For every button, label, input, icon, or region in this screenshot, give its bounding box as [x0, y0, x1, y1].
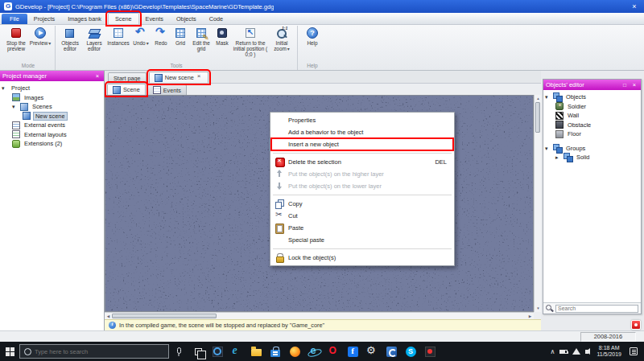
taskbar-app-settings[interactable] — [362, 342, 382, 361]
tree-item-external-layouts[interactable]: External layouts — [2, 130, 102, 140]
battery-icon[interactable] — [559, 350, 568, 354]
dropdown-arrow-icon[interactable] — [146, 40, 149, 46]
tree-item-external-events[interactable]: External events — [2, 121, 102, 130]
maximize-pane-icon[interactable] — [621, 81, 629, 88]
ribbon-tab-scene[interactable]: Scene — [108, 13, 139, 24]
menu-item-paste[interactable]: Paste — [271, 222, 453, 234]
close-pane-icon[interactable] — [630, 81, 638, 88]
taskbar-search-input[interactable] — [35, 348, 164, 355]
undo-button[interactable]: Undo — [130, 26, 151, 62]
scroll-right-icon[interactable] — [526, 313, 534, 320]
dropdown-arrow-icon[interactable] — [287, 46, 290, 51]
start-button[interactable] — [0, 342, 19, 361]
tab-events[interactable]: Events — [147, 84, 187, 95]
taskbar-app-firefox[interactable] — [285, 342, 304, 361]
clock-time: 8:18 AM — [597, 345, 621, 351]
close-pane-icon[interactable] — [93, 72, 101, 80]
return-initial-position-button[interactable]: Return to the initial position ( 0;0 ) — [232, 26, 269, 62]
collapse-icon[interactable] — [2, 85, 7, 91]
ribbon-tab-events[interactable]: Events — [139, 14, 170, 24]
ribbon-tab-images-bank[interactable]: Images bank — [61, 14, 108, 24]
task-view-button[interactable] — [188, 342, 208, 361]
ribbon-tab-projects[interactable]: Projects — [27, 14, 61, 24]
objects-search-input[interactable] — [555, 305, 638, 313]
tab-new-scene[interactable]: New scene — [149, 72, 208, 83]
taskbar-app-file-explorer[interactable] — [246, 342, 266, 361]
scroll-up-icon[interactable] — [535, 95, 542, 102]
scroll-down-icon[interactable] — [535, 305, 542, 312]
taskbar-app-facebook[interactable] — [343, 342, 362, 361]
images-icon — [12, 93, 20, 101]
collapse-icon[interactable] — [545, 94, 551, 100]
close-tab-icon[interactable] — [196, 74, 203, 81]
tree-item-soldier[interactable]: Soldier — [545, 102, 639, 112]
ribbon-tab-file[interactable]: File — [2, 14, 27, 24]
taskbar-app-recorder[interactable] — [420, 342, 440, 361]
tree-item-objects[interactable]: Objects — [545, 92, 639, 102]
edit-grid-button[interactable]: Edit the grid — [190, 26, 213, 62]
tree-item-wall[interactable]: Wall — [545, 111, 639, 121]
taskbar-app-skype[interactable] — [401, 342, 420, 361]
menu-item-special-paste[interactable]: Special paste — [271, 234, 453, 246]
collapse-icon[interactable] — [12, 104, 18, 109]
menu-item-copy[interactable]: Copy — [271, 198, 453, 210]
taskbar-app-gdevelop[interactable] — [382, 342, 401, 361]
taskbar-search[interactable] — [19, 344, 169, 359]
menu-item-add-behavior[interactable]: Add a behavior to the object — [271, 126, 453, 138]
tab-label: Scene — [123, 86, 140, 93]
tab-scene[interactable]: Scene — [107, 84, 146, 95]
collapse-icon[interactable] — [545, 146, 551, 151]
menu-item-properties[interactable]: Properties — [271, 114, 453, 126]
taskbar-app-opera[interactable] — [324, 342, 343, 361]
volume-icon[interactable] — [585, 350, 588, 354]
tree-item-solid[interactable]: Solid — [545, 153, 639, 162]
tree-item-scenes[interactable]: Scenes — [2, 102, 102, 112]
ribbon-tab-objects[interactable]: Objects — [170, 14, 203, 24]
tree-item-new-scene[interactable]: New scene — [2, 112, 102, 121]
grid-button[interactable]: Grid — [171, 26, 190, 62]
dropdown-arrow-icon[interactable] — [47, 40, 51, 46]
network-icon[interactable] — [572, 348, 580, 355]
tray-expand-icon[interactable] — [551, 348, 555, 355]
cortana-icon — [24, 348, 31, 355]
menu-item-insert-new-object[interactable]: Insert a new object — [271, 138, 453, 150]
initial-zoom-button[interactable]: Initial zoom — [269, 26, 295, 62]
scene-canvas[interactable]: Properties Add a behavior to the object … — [105, 95, 534, 312]
help-button[interactable]: Help — [300, 26, 324, 62]
lock-icon — [275, 253, 284, 262]
tree-item-images[interactable]: Images — [2, 93, 102, 103]
objects-editor-button[interactable]: Objects editor — [58, 26, 82, 62]
taskbar-app-store[interactable] — [266, 342, 285, 361]
menu-item-label: Insert a new object — [288, 141, 447, 148]
scrollbar-thumb[interactable] — [112, 314, 217, 318]
action-center-icon[interactable] — [630, 347, 638, 355]
horizontal-scrollbar[interactable] — [105, 312, 534, 319]
tree-item-groups[interactable]: Groups — [545, 144, 639, 154]
tab-start-page[interactable]: Start page — [108, 72, 147, 83]
menu-item-delete-selection[interactable]: Delete the selection DEL — [271, 156, 453, 168]
instances-button[interactable]: Instances — [106, 26, 130, 62]
taskbar-app-edge[interactable] — [227, 342, 246, 361]
vertical-scrollbar[interactable] — [534, 95, 541, 312]
menu-separator — [273, 195, 452, 195]
redo-button[interactable]: Redo — [151, 26, 171, 62]
ribbon-tab-code[interactable]: Code — [203, 14, 229, 24]
tree-item-extensions[interactable]: Extensions (2) — [2, 139, 102, 149]
preview-button[interactable]: Preview — [28, 26, 52, 62]
tree-item-project[interactable]: Project — [2, 84, 102, 93]
scroll-left-icon[interactable] — [105, 313, 112, 320]
cortana-mic-button[interactable] — [169, 342, 188, 361]
menu-item-lock-objects[interactable]: Lock the object(s) — [271, 252, 453, 264]
stop-preview-button[interactable]: Stop the preview — [4, 26, 28, 62]
expand-icon[interactable] — [555, 154, 561, 160]
layers-editor-button[interactable]: Layers editor — [82, 26, 106, 62]
mask-button[interactable]: Mask — [213, 26, 232, 62]
tree-item-obstacle[interactable]: Obstacle — [545, 121, 639, 130]
scrollbar-thumb[interactable] — [535, 102, 540, 133]
taskbar-clock[interactable]: 8:18 AM 11/5/2019 — [597, 345, 621, 359]
taskbar-app-photos[interactable] — [208, 342, 227, 361]
tree-item-floor[interactable]: Floor — [545, 129, 639, 139]
taskbar-app-internet-explorer[interactable] — [304, 342, 324, 361]
close-icon[interactable] — [629, 2, 640, 10]
menu-item-cut[interactable]: Cut — [271, 210, 453, 222]
